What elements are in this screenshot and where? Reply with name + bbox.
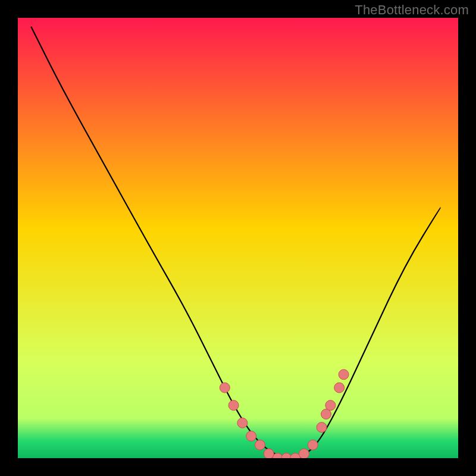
data-dot xyxy=(246,431,256,441)
data-dot xyxy=(317,422,327,433)
data-dot xyxy=(339,369,349,380)
data-dot xyxy=(308,440,318,450)
data-dot xyxy=(220,383,230,393)
bottleneck-chart xyxy=(0,0,476,476)
data-dot xyxy=(228,400,239,411)
data-dot xyxy=(237,418,248,428)
data-dot xyxy=(325,400,336,411)
data-dot xyxy=(299,449,309,459)
plot-background xyxy=(18,18,458,458)
data-dot xyxy=(334,383,345,393)
data-dot xyxy=(255,440,265,450)
chart-frame: { "watermark": "TheBottleneck.com", "col… xyxy=(0,0,476,476)
